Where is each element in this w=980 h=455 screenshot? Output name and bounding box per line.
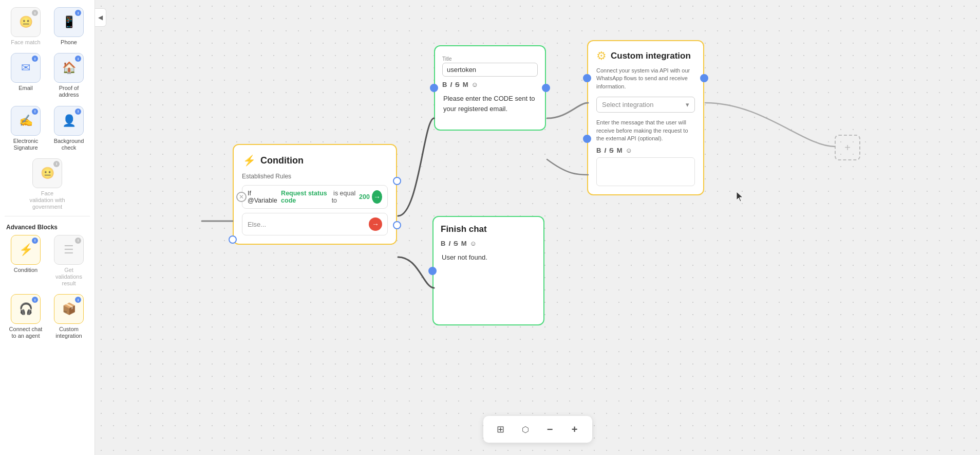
bottom-toolbar: ⊞ ⬡ − + <box>483 416 592 443</box>
connectchat-icon-box: i 🎧 <box>11 294 41 324</box>
info-dot-condition: i <box>32 238 38 244</box>
toolbar-bold[interactable]: B <box>442 81 447 88</box>
sidebar-row-1: i 😐 Face match i 📱 Phone <box>0 5 95 48</box>
condition-connector-in[interactable] <box>229 235 237 244</box>
sidebar-item-custom-integration[interactable]: i 📦 Custom integration <box>48 292 89 341</box>
cursor-indicator <box>736 191 744 205</box>
custom-connector-out[interactable] <box>700 74 708 82</box>
sidebar-row-4: i 😐 Face validation with government <box>0 156 95 213</box>
rule-condition: is equal to <box>332 190 357 204</box>
esig-icon-box: i ✍ <box>11 106 41 136</box>
else-arrow-button[interactable]: → <box>369 217 382 231</box>
finish-node: Finish chat B I S M ☺ User not found. <box>432 216 544 325</box>
sidebar-label-proof: Proof of address <box>50 85 87 98</box>
optional-message-text: Enter the message that the user will rec… <box>596 119 695 142</box>
sidebar-item-condition[interactable]: i ⚡ Condition <box>5 233 46 289</box>
message-title-input[interactable] <box>442 63 538 77</box>
finish-editor-content: User not found. <box>441 250 536 317</box>
rule-prefix: If @Variable <box>248 190 279 204</box>
placeholder-node[interactable]: + <box>835 135 860 160</box>
condition-else-row: Else... → <box>242 213 388 235</box>
condition-node-header: ⚡ Condition <box>242 153 388 168</box>
custom-editor-toolbar: B I S M ☺ <box>596 147 695 154</box>
sidebar-item-face-match[interactable]: i 😐 Face match <box>5 5 46 48</box>
custom-integration-title: Custom integration <box>611 51 691 61</box>
sidebar-row-5: i ⚡ Condition i ☰ Get validations result <box>0 233 95 289</box>
condition-connector-out-top[interactable] <box>393 177 401 185</box>
bgcheck-icon-box: i 👤 <box>54 106 84 136</box>
network-button[interactable]: ⬡ <box>516 420 535 439</box>
toolbar-strikethrough[interactable]: S <box>455 81 460 88</box>
proof-icon-box: i 🏠 <box>54 53 84 83</box>
finish-connector-in[interactable] <box>428 267 437 275</box>
sidebar-item-connect-chat[interactable]: i 🎧 Connect chat to an agent <box>5 292 46 341</box>
message-connector-in[interactable] <box>430 84 438 92</box>
sidebar-item-phone[interactable]: i 📱 Phone <box>48 5 89 48</box>
condition-node-icon: ⚡ <box>242 153 256 168</box>
placeholder-plus-icon: + <box>844 142 851 154</box>
getval-icon-box: i ☰ <box>54 235 84 265</box>
custom-toolbar-italic[interactable]: I <box>604 147 606 154</box>
remove-rule-button[interactable]: ✕ <box>236 192 247 202</box>
sidebar-item-email[interactable]: i ✉ Email <box>5 51 46 100</box>
else-label: Else... <box>248 221 266 228</box>
message-field-label: Title <box>442 56 452 62</box>
custom-toolbar-bold[interactable]: B <box>596 147 601 154</box>
custom-toolbar-strike[interactable]: S <box>609 147 614 154</box>
facevalid-icon-box: i 😐 <box>32 158 62 188</box>
custom-connector-in-bottom[interactable] <box>583 135 591 143</box>
finish-toolbar-emoji[interactable]: ☺ <box>470 240 477 247</box>
sidebar-divider <box>5 216 90 216</box>
info-dot-getval: i <box>75 238 81 244</box>
custom-toolbar-mono[interactable]: M <box>617 147 623 154</box>
sidebar-label-bgcheck: Background check <box>50 138 87 151</box>
message-node: Title B I S M ☺ Please enter the CODE se… <box>434 45 546 131</box>
toolbar-mono[interactable]: M <box>463 81 468 88</box>
sidebar-label-getval: Get validations result <box>50 267 87 287</box>
custint-icon-box: i 📦 <box>54 294 84 324</box>
sidebar-item-face-validation[interactable]: i 😐 Face validation with government <box>27 156 68 213</box>
condition-connector-out-bottom[interactable] <box>393 221 401 229</box>
info-dot-face-match: i <box>32 10 38 16</box>
sidebar-item-electronic-signature[interactable]: i ✍ Electronic Signature <box>5 104 46 153</box>
info-dot-phone: i <box>75 10 81 16</box>
fit-screen-button[interactable]: ⊞ <box>492 420 510 439</box>
finish-toolbar-bold[interactable]: B <box>441 240 445 247</box>
dropdown-chevron-icon: ▾ <box>686 101 689 108</box>
select-integration-placeholder: Select integration <box>602 101 653 108</box>
sidebar-row-3: i ✍ Electronic Signature i 👤 Background … <box>0 104 95 153</box>
condition-node-subtitle: Established Rules <box>242 173 388 180</box>
sidebar-label-custint: Custom integration <box>50 326 87 339</box>
custom-integration-icon: ⚙ <box>596 49 607 63</box>
finish-editor-toolbar: B I S M ☺ <box>441 240 536 247</box>
rule-value: 200 <box>359 193 370 201</box>
custom-toolbar-emoji[interactable]: ☺ <box>626 147 632 154</box>
zoom-out-icon: − <box>547 424 553 435</box>
finish-toolbar-strike[interactable]: S <box>454 240 458 247</box>
toolbar-emoji[interactable]: ☺ <box>472 81 478 88</box>
rule-arrow-button[interactable]: → <box>372 190 382 204</box>
sidebar-label-phone: Phone <box>61 39 77 46</box>
sidebar-collapse-button[interactable]: ◀ <box>95 8 106 27</box>
zoom-in-button[interactable]: + <box>566 420 584 439</box>
toolbar-italic[interactable]: I <box>450 81 452 88</box>
finish-toolbar-italic[interactable]: I <box>448 240 450 247</box>
info-dot-proof: i <box>75 56 81 62</box>
message-editor-toolbar: B I S M ☺ <box>442 81 538 88</box>
collapse-icon: ◀ <box>98 14 103 21</box>
sidebar-item-get-validations[interactable]: i ☰ Get validations result <box>48 233 89 289</box>
finish-toolbar-mono[interactable]: M <box>461 240 467 247</box>
custom-connector-in-top[interactable] <box>583 74 591 82</box>
network-icon: ⬡ <box>522 425 529 434</box>
zoom-out-button[interactable]: − <box>541 420 559 439</box>
phone-icon-box: i 📱 <box>54 7 84 37</box>
condition-node: ⚡ Condition Established Rules ✕ If @Vari… <box>233 144 397 245</box>
sidebar-item-proof-of-address[interactable]: i 🏠 Proof of address <box>48 51 89 100</box>
custom-message-editor-area[interactable] <box>596 157 695 186</box>
message-connector-out[interactable] <box>542 84 550 92</box>
sidebar-row-2: i ✉ Email i 🏠 Proof of address <box>0 51 95 100</box>
rule-variable: Request status code <box>281 190 330 204</box>
advanced-blocks-title: Advanced Blocks <box>0 220 95 233</box>
select-integration-dropdown[interactable]: Select integration ▾ <box>596 97 695 113</box>
sidebar-item-background-check[interactable]: i 👤 Background check <box>48 104 89 153</box>
